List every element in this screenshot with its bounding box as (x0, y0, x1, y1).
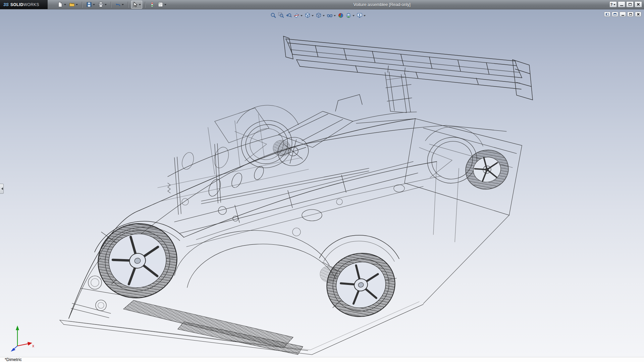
window-controls: ? (609, 1, 642, 7)
view-settings-dropdown-arrow[interactable] (364, 15, 366, 17)
help-dropdown-arrow[interactable] (613, 4, 615, 6)
minimize-icon (620, 5, 623, 6)
section-view-icon (293, 12, 300, 18)
view-orientation-label: *Dimetric (5, 357, 22, 362)
close-icon (637, 3, 640, 6)
print-dropdown-arrow[interactable] (105, 4, 107, 6)
display-style-icon (316, 12, 322, 18)
doc-minimize-button[interactable] (620, 12, 626, 17)
undo-dropdown-arrow[interactable] (122, 4, 124, 6)
section-view-button[interactable] (293, 12, 304, 19)
view-settings-icon (357, 12, 363, 18)
doc-maximize-icon (629, 13, 632, 15)
bottom-strip: *Dimetric (0, 357, 644, 362)
options-sheet-icon (158, 2, 163, 7)
featuremanager-flyout-tab[interactable] (0, 184, 4, 194)
brand-bold: SOLID (10, 2, 23, 7)
minimize-button[interactable] (618, 1, 625, 7)
document-window-controls (604, 12, 641, 17)
select-button[interactable] (131, 1, 142, 9)
doc-minimize-icon (622, 15, 624, 16)
titlebar: 3S SOLIDWORKS (0, 0, 644, 9)
rebuild-traffic-light-icon (149, 2, 155, 7)
save-icon (86, 2, 92, 7)
doc-next-window-icon (613, 13, 616, 15)
ds-logo-icon: 3S (3, 2, 9, 7)
brand-light: WORKS (23, 2, 39, 7)
orientation-triad: x (5, 324, 36, 353)
doc-next-window-button[interactable] (612, 12, 618, 17)
doc-close-button[interactable] (635, 12, 641, 17)
options-dropdown-arrow[interactable] (164, 4, 166, 6)
help-button[interactable]: ? (609, 1, 617, 7)
doc-previous-window-button[interactable] (604, 12, 610, 17)
toolbar-separator (111, 2, 111, 8)
apply-scene-button[interactable] (345, 12, 356, 19)
flyout-arrow-icon (0, 187, 3, 190)
edit-appearance-ball-icon (338, 12, 344, 18)
hide-show-items-glasses-icon (327, 12, 333, 18)
main-toolbar (56, 1, 168, 9)
close-button[interactable] (635, 1, 642, 7)
toolbar-separator (82, 2, 83, 8)
open-button[interactable] (68, 1, 79, 9)
view-orientation-dropdown-arrow[interactable] (312, 15, 314, 17)
headsup-view-toolbar (268, 11, 368, 19)
wireframe-car-model (0, 9, 644, 357)
options-button[interactable] (157, 1, 168, 9)
open-folder-icon (69, 2, 75, 7)
hide-show-items-button[interactable] (326, 12, 337, 19)
toolbar-separator (128, 2, 128, 8)
previous-view-button[interactable] (285, 12, 292, 19)
new-document-button[interactable] (56, 1, 67, 9)
print-icon (98, 2, 104, 7)
view-orientation-icon (305, 12, 311, 18)
undo-icon (115, 2, 121, 7)
save-button[interactable] (85, 1, 96, 9)
window-title: Voiture assemblee [Read-only] (353, 2, 410, 7)
rebuild-button[interactable] (148, 1, 156, 9)
hide-show-items-dropdown-arrow[interactable] (334, 15, 336, 17)
select-dropdown-arrow[interactable] (139, 4, 141, 6)
apply-scene-dropdown-arrow[interactable] (353, 15, 355, 17)
brand-text: SOLIDWORKS (10, 2, 39, 7)
display-style-button[interactable] (315, 12, 326, 19)
select-cursor-icon (132, 2, 138, 7)
section-view-dropdown-arrow[interactable] (301, 15, 303, 17)
zoom-to-fit-icon (270, 12, 276, 18)
zoom-to-area-button[interactable] (277, 12, 285, 19)
view-settings-button[interactable] (356, 12, 367, 19)
maximize-icon (629, 3, 632, 6)
view-orientation-button[interactable] (304, 12, 315, 19)
solidworks-logo: 3S SOLIDWORKS (0, 0, 48, 9)
new-document-icon (57, 2, 63, 7)
previous-view-icon (286, 12, 292, 18)
display-style-dropdown-arrow[interactable] (323, 15, 325, 17)
apply-scene-globe-icon (345, 12, 352, 18)
print-button[interactable] (97, 1, 108, 9)
zoom-to-area-icon (278, 12, 284, 18)
maximize-button[interactable] (626, 1, 634, 7)
doc-close-icon (637, 13, 640, 16)
doc-maximize-button[interactable] (627, 12, 634, 17)
zoom-to-fit-button[interactable] (270, 12, 277, 19)
solidworks-window: 3S SOLIDWORKS (0, 0, 644, 362)
help-icon: ? (610, 2, 613, 6)
toolbar-separator (145, 2, 146, 8)
edit-appearance-button[interactable] (337, 12, 344, 19)
doc-previous-window-icon (606, 13, 609, 15)
undo-button[interactable] (114, 1, 125, 9)
graphics-area[interactable]: x (0, 9, 644, 357)
new-document-dropdown-arrow[interactable] (64, 4, 66, 6)
save-dropdown-arrow[interactable] (93, 4, 95, 6)
open-dropdown-arrow[interactable] (76, 4, 78, 6)
triad-x-label: x (32, 344, 34, 348)
